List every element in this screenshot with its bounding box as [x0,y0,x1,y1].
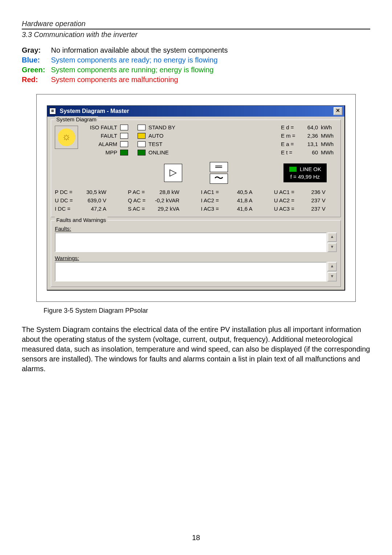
faults-subheading: Faults: [55,226,337,232]
em-unit: MWh [321,133,337,139]
qac-value: -0,2 kVAR [153,197,179,203]
idc-label: I DC = [55,206,78,212]
legend-text-blue: System components are ready; no energy i… [51,55,228,65]
status-indicators: ISO FAULT FAULT ALARM MPP STAND BY AUTO … [88,124,175,155]
uac3-value: 237 V [299,206,326,212]
pdc-value: 30,5 kW [80,189,106,195]
figure-frame: ⊞ System Diagram - Master ✕ System Diagr… [36,94,356,302]
iac1-label: I AC1 = [201,189,224,195]
em-value: 2,36 [301,133,318,139]
status-fault-label: FAULT [88,133,117,139]
warnings-subheading: Warnings: [55,255,337,261]
status-fault-led [120,133,128,139]
window-title-text: System Diagram - Master [60,108,129,114]
legend-key-blue: Blue: [22,55,51,65]
faults-scroll-up-button[interactable]: ▲ [327,232,337,242]
ea-label: E a = [281,141,298,147]
status-standby-led [138,125,146,130]
em-label: E m = [281,133,298,139]
faults-list[interactable] [55,232,327,252]
legend-text-red: System components are malfunctioning [51,75,228,85]
status-iso-fault-led [120,125,128,130]
idc-value: 47,2 A [80,206,106,212]
iac2-label: I AC2 = [201,197,224,203]
et-value: 60 [301,149,318,155]
legend-text-green: System components are running; energy is… [51,65,228,75]
groupbox-system-diagram: System Diagram ☼ ISO FAULT FAULT ALARM M… [51,119,341,217]
line-status-box: LINE OK f = 49,99 Hz [283,163,327,182]
status-auto-led [138,133,146,139]
pac-label: P AC = [128,189,151,195]
figure-caption: Figure 3-5 System Diagram PPsolar [44,307,370,315]
warnings-list[interactable] [55,262,327,281]
measurement-grid: P DC =30,5 kW P AC =28,8 kW I AC1 =40,5 … [55,189,337,212]
et-label: E t = [281,149,298,155]
sun-icon: ☼ [55,126,78,149]
uac1-label: U AC1 = [274,189,297,195]
sac-label: S AC = [128,206,151,212]
status-iso-fault-label: ISO FAULT [88,124,117,130]
legend-text-gray: No information available about the syste… [51,45,228,55]
system-diagram-window: ⊞ System Diagram - Master ✕ System Diagr… [47,105,345,291]
input-triangle-icon: ▷ [164,164,182,182]
legend-key-green: Green: [22,65,51,75]
ed-value: 64,0 [301,124,318,130]
status-mpp-led [120,150,128,155]
faults-scroll-down-button[interactable]: ▼ [327,243,337,252]
iac3-value: 41,6 A [226,206,253,212]
status-standby-label: STAND BY [148,124,175,130]
status-alarm-label: ALARM [88,141,117,147]
uac2-value: 237 V [299,197,326,203]
sac-value: 29,2 kVA [153,206,179,212]
iac1-value: 40,5 A [226,189,253,195]
status-test-led [138,141,146,147]
color-legend: Gray: No information available about the… [22,45,228,85]
groupbox-faults-title: Faults and Warnings [55,217,107,223]
status-auto-label: AUTO [148,133,163,139]
doc-header-rule [22,29,370,29]
iac2-value: 41,8 A [226,197,253,203]
body-paragraph: The System Diagram contains the electric… [22,325,370,374]
doc-header-title: Hardware operation [22,20,370,29]
page-number: 18 [0,534,392,542]
pdc-label: P DC = [55,189,78,195]
ed-unit: kWh [321,124,337,130]
groupbox-faults-warnings: Faults and Warnings Faults: ▲ ▼ Warnings… [51,220,341,287]
status-alarm-led [120,141,128,147]
ea-unit: MWh [321,141,337,147]
warnings-scroll-up-button[interactable]: ▲ [327,262,337,271]
qac-label: Q AC = [128,197,151,203]
legend-key-gray: Gray: [22,45,51,55]
status-mpp-label: MPP [88,149,117,155]
status-test-label: TEST [148,141,162,147]
udc-value: 639,0 V [80,197,106,203]
line-ok-led [289,166,297,172]
groupbox-system-title: System Diagram [55,116,98,122]
warnings-scroll-down-button[interactable]: ▼ [327,272,337,281]
status-online-label: ONLINE [148,149,169,155]
udc-label: U DC = [55,197,78,203]
doc-header-subtitle: 3.3 Communication with the inverter [22,31,370,39]
uac3-label: U AC3 = [274,206,297,212]
pac-value: 28,8 kW [153,189,179,195]
line-ok-label: LINE OK [300,166,321,172]
ed-label: E d = [281,124,298,130]
legend-key-red: Red: [22,75,51,85]
status-online-led [138,150,146,155]
ea-value: 13,1 [301,141,318,147]
window-icon: ⊞ [49,108,56,114]
window-titlebar[interactable]: ⊞ System Diagram - Master ✕ [47,106,344,117]
line-frequency: f = 49,99 Hz [289,172,321,180]
ac-symbol-icon: 〜 [210,174,228,184]
energy-readings: E d =64,0kWh E m =2,36MWh E a =13,1MWh E… [281,124,337,155]
window-close-button[interactable]: ✕ [334,107,342,115]
iac3-label: I AC3 = [201,206,224,212]
uac2-label: U AC2 = [274,197,297,203]
dc-symbol-icon: ═ [210,162,228,172]
uac1-value: 236 V [299,189,326,195]
et-unit: MWh [321,149,337,155]
